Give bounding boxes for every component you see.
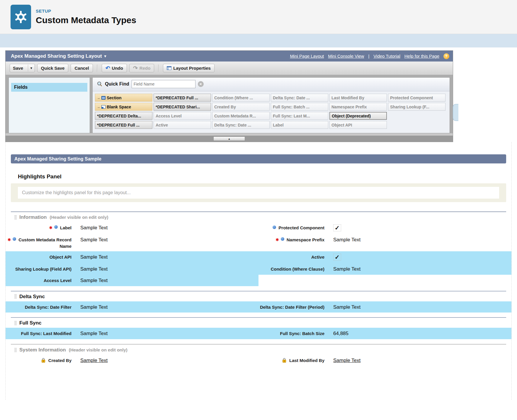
sidebar-item-fields[interactable]: Fields (11, 83, 87, 92)
palette-item[interactable]: Sharing Lookup (F... (388, 103, 445, 111)
close-icon[interactable]: ✕ (198, 81, 204, 87)
required-icon: ✱ (8, 237, 11, 243)
decorative-band (0, 34, 517, 47)
save-button[interactable]: Save ▾ (10, 64, 35, 72)
field-row[interactable]: ✱Custom Metadata Record Name Sample Text… (6, 234, 511, 252)
palette-item[interactable]: Label (271, 121, 328, 129)
checkbox-checked-icon: ✓ (333, 224, 341, 231)
toolbar-separator (158, 64, 159, 72)
section-icon (101, 96, 106, 100)
layout-sample-area: Apex Managed Sharing Setting Sample High… (5, 142, 512, 400)
drag-handle-icon[interactable] (14, 348, 16, 353)
palette-item[interactable]: *DEPRECATED Full ... (154, 94, 211, 102)
undo-button[interactable]: ↶ Undo (102, 64, 127, 72)
field-dependency-icon (54, 225, 58, 229)
add-arrow-icon: → (97, 105, 100, 109)
checkbox-checked-icon: ✓ (333, 254, 341, 261)
palette-item[interactable]: Custom Metadata R... (212, 112, 270, 120)
field-palette: Quick Find ✕ → Section → Blank Space (92, 77, 450, 133)
section-full-sync[interactable]: Full Sync Full Sync: Last Modified Sampl… (6, 318, 511, 339)
setup-gear-tile (11, 5, 31, 29)
redo-button[interactable]: ↷ Redo (129, 64, 154, 72)
required-icon: ✱ (276, 237, 279, 243)
setup-eyebrow: SETUP (36, 8, 136, 13)
app-header: SETUP Custom Metadata Types (0, 0, 517, 34)
field-row-highlighted[interactable]: Object API Sample Text Active ✓ (6, 251, 511, 263)
chevron-down-icon[interactable]: ▾ (104, 54, 106, 58)
lock-icon (41, 358, 45, 363)
palette-collapse-bar: ▲ (6, 136, 453, 142)
layout-properties-icon (167, 66, 171, 70)
page-title: Custom Metadata Types (36, 15, 136, 25)
palette-item[interactable]: Protected Component (388, 94, 445, 102)
category-sidebar: Fields (8, 77, 90, 133)
layout-title[interactable]: Apex Managed Sharing Setting Layout ▾ (11, 53, 106, 59)
palette-item[interactable]: Namespace Prefix (329, 103, 387, 111)
palette-item-selected[interactable]: Object (Deprecated) (329, 112, 387, 120)
section-delta-sync[interactable]: Delta Sync Delta Sync: Date Filter Sampl… (6, 291, 511, 313)
palette-item[interactable]: Active (154, 121, 211, 129)
drag-handle-icon[interactable] (14, 321, 16, 326)
collapse-up-icon: ▲ (228, 137, 231, 140)
field-row-highlighted[interactable]: Sharing Lookup (Field API) Sample Text C… (6, 263, 511, 275)
quick-save-button[interactable]: Quick Save (37, 64, 69, 72)
section-system-information[interactable]: System Information (Header visible on ed… (6, 345, 511, 366)
palette-grid: → Section → Blank Space *DEPRECATED Delt… (93, 91, 450, 129)
help-icon[interactable]: ? (443, 53, 449, 59)
palette-item[interactable]: Last Modified By (329, 94, 387, 102)
drag-handle-icon[interactable] (14, 294, 16, 299)
quick-find-input[interactable] (132, 80, 195, 88)
field-row-highlighted[interactable]: Full Sync: Last Modified Sample Text Ful… (6, 328, 511, 339)
mini-console-view-link[interactable]: Mini Console View (328, 54, 364, 59)
palette-item[interactable]: → Blank Space (95, 103, 152, 111)
cancel-button[interactable]: Cancel (71, 64, 93, 72)
palette-item[interactable]: Object API (329, 121, 387, 129)
help-for-this-page-link[interactable]: Help for this Page (404, 54, 439, 59)
mini-page-layout-link[interactable]: Mini Page Layout (290, 54, 324, 59)
palette-item[interactable]: Full Sync: Last M... (271, 112, 328, 120)
toolbar-separator (97, 64, 98, 72)
palette-item[interactable]: Full Sync: Batch ... (271, 103, 328, 111)
redo-icon: ↷ (133, 66, 138, 70)
palette-item[interactable]: Created By (212, 103, 270, 111)
palette-item[interactable]: Access Level (154, 112, 211, 120)
field-row-highlighted[interactable]: Delta Sync: Date Filter Sample Text Delt… (6, 301, 511, 313)
gear-icon (14, 10, 28, 24)
palette-item[interactable]: *DEPRECATED Delta... (95, 112, 152, 120)
collapse-palette-handle[interactable]: ▲ (213, 136, 245, 141)
highlights-panel-placeholder: Customize the highlights panel for this … (18, 187, 499, 199)
layout-properties-button[interactable]: Layout Properties (163, 64, 215, 72)
required-icon: ✱ (49, 225, 52, 231)
undo-icon: ↶ (106, 66, 110, 70)
section-information[interactable]: Information (Header visible on edit only… (6, 212, 511, 286)
field-dependency-icon (281, 237, 284, 241)
palette-item[interactable]: Delta Sync: Date ... (212, 121, 270, 129)
field-dependency-icon (13, 237, 16, 241)
link-separator: | (368, 54, 369, 59)
highlights-panel-heading: Highlights Panel (18, 173, 511, 180)
drag-handle-icon[interactable] (14, 215, 16, 220)
editor-toolbar: Save ▾ Quick Save Cancel ↶ Undo ↷ Redo L… (6, 62, 453, 75)
palette-item[interactable]: Condition (Where ... (212, 94, 270, 102)
video-tutorial-link[interactable]: Video Tutorial (373, 54, 400, 59)
quick-find-row: Quick Find ✕ (93, 78, 450, 91)
blank-space-icon (101, 105, 106, 109)
palette-item[interactable]: Delta Sync: Date ... (271, 94, 328, 102)
field-row[interactable]: Created By Sample Text Last Modified By … (6, 355, 511, 366)
palette-item[interactable]: → Section (95, 94, 152, 102)
highlights-panel[interactable]: Customize the highlights panel for this … (11, 183, 506, 202)
editor-titlebar: Apex Managed Sharing Setting Layout ▾ Mi… (6, 51, 453, 62)
search-icon (97, 81, 103, 87)
lock-icon (282, 358, 286, 363)
add-arrow-icon: → (97, 96, 100, 100)
save-dropdown-arrow-icon[interactable]: ▾ (28, 65, 35, 71)
field-dependency-icon (273, 226, 276, 229)
palette-item[interactable]: *DEPRECATED Full ... (95, 121, 152, 129)
side-panel-tab[interactable] (453, 104, 458, 121)
quick-find-label: Quick Find (105, 81, 129, 87)
layout-editor: Apex Managed Sharing Setting Layout ▾ Mi… (5, 50, 453, 142)
sample-title-bar: Apex Managed Sharing Setting Sample (11, 154, 506, 163)
field-row-highlighted[interactable]: Access Level Sample Text (6, 275, 511, 286)
palette-item[interactable]: *DEPRECATED Shari... (154, 103, 211, 111)
field-row[interactable]: ✱Label Sample Text Protected Component ✓ (6, 222, 511, 234)
